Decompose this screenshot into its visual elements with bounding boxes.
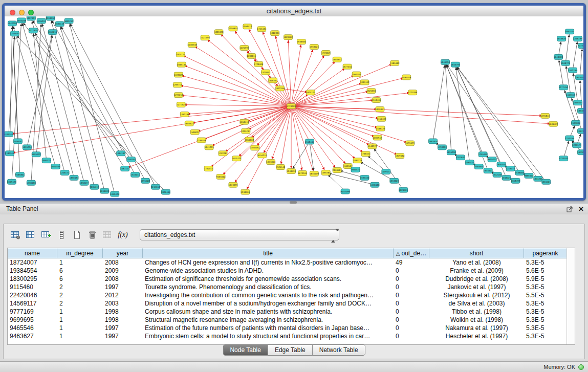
- graph-edge[interactable]: [291, 106, 365, 154]
- graph-node[interactable]: 1673001: [577, 150, 583, 155]
- graph-node[interactable]: 1265711: [173, 82, 182, 87]
- graph-node[interactable]: 1653220: [389, 178, 399, 183]
- graph-edge[interactable]: [233, 106, 291, 185]
- column-header-short[interactable]: short: [429, 248, 524, 258]
- graph-edge[interactable]: [12, 24, 56, 167]
- table-row[interactable]: 911546021997Tourette syndrome. Phenomeno…: [8, 283, 575, 291]
- graph-node[interactable]: 1595499: [405, 141, 415, 146]
- graph-node[interactable]: 1277450: [559, 85, 568, 90]
- graph-edge[interactable]: [15, 34, 166, 192]
- graph-edge[interactable]: [125, 106, 291, 169]
- graph-node[interactable]: 1667919: [428, 139, 438, 144]
- graph-node[interactable]: 1221098: [408, 90, 417, 95]
- graph-node[interactable]: 1724909: [287, 104, 296, 109]
- new-document-icon[interactable]: [69, 228, 84, 242]
- graph-node[interactable]: 1793301: [438, 145, 447, 150]
- graph-node[interactable]: 1820498: [214, 30, 224, 35]
- table-mode-icon[interactable]: [8, 228, 23, 242]
- network-graph[interactable]: 1724909160412211825481221459182049822068…: [5, 16, 583, 198]
- column-header-pagerank[interactable]: pagerank: [524, 248, 567, 258]
- table-row[interactable]: 977716911998Corpus callosum shape and si…: [8, 308, 575, 316]
- graph-node[interactable]: 1619462: [395, 154, 404, 159]
- graph-node[interactable]: 1180516: [5, 151, 14, 156]
- graph-node[interactable]: 1248553: [287, 168, 296, 173]
- graph-edge[interactable]: [291, 106, 553, 124]
- graph-node[interactable]: 1255410: [478, 152, 488, 157]
- column-header-year[interactable]: year: [103, 248, 143, 258]
- tab-network-table[interactable]: Network Table: [313, 345, 365, 355]
- graph-node[interactable]: 1512146: [275, 86, 285, 91]
- graph-node[interactable]: 1645500: [573, 100, 582, 105]
- function-builder-icon[interactable]: f(x): [115, 228, 130, 242]
- graph-node[interactable]: 9115511: [5, 132, 13, 137]
- graph-edge[interactable]: [291, 59, 337, 106]
- graph-node[interactable]: 1755434: [257, 27, 266, 32]
- graph-node[interactable]: 1726451: [361, 151, 371, 157]
- graph-node[interactable]: 1835409: [310, 171, 319, 176]
- graph-edge[interactable]: [219, 32, 291, 106]
- graph-node[interactable]: 1655208: [17, 18, 26, 23]
- graph-node[interactable]: 2204521: [333, 168, 342, 173]
- table-row[interactable]: 1830029562008Estimation of significance …: [8, 275, 575, 283]
- minimize-window-button[interactable]: [19, 10, 25, 15]
- graph-node[interactable]: 1246199: [573, 36, 582, 41]
- tab-node-table[interactable]: Node Table: [223, 345, 268, 355]
- graph-node[interactable]: 1246171: [60, 170, 70, 175]
- graph-node[interactable]: 1673823: [174, 72, 183, 77]
- show-columns-icon[interactable]: [23, 228, 38, 242]
- graph-node[interactable]: 9505001: [488, 157, 497, 162]
- graph-node[interactable]: 2065130: [177, 62, 186, 67]
- graph-edge[interactable]: [182, 64, 291, 106]
- graph-node[interactable]: 1595801: [571, 120, 580, 125]
- graph-node[interactable]: 1673041: [266, 160, 275, 165]
- graph-node[interactable]: 1516461: [372, 98, 381, 103]
- graph-node[interactable]: 9699712: [64, 18, 74, 24]
- graph-edge[interactable]: [291, 106, 372, 146]
- edit-table-icon[interactable]: [38, 228, 54, 242]
- graph-node[interactable]: 9465801: [15, 172, 25, 177]
- graph-node[interactable]: 1182548: [188, 42, 197, 48]
- column-header-name[interactable]: name: [8, 248, 57, 258]
- graph-node[interactable]: 1221590: [239, 46, 249, 51]
- graph-edge[interactable]: [573, 39, 578, 70]
- graph-node[interactable]: 1658499: [511, 178, 520, 183]
- graph-node[interactable]: 1604122: [176, 52, 185, 57]
- column-header-in_degree[interactable]: in_degree: [57, 248, 103, 258]
- graph-node[interactable]: 1695947: [373, 135, 382, 140]
- graph-node[interactable]: 1805621: [185, 121, 194, 126]
- graph-node[interactable]: 1221459: [201, 35, 210, 40]
- graph-edge[interactable]: [291, 74, 357, 106]
- graph-node[interactable]: 1927620: [575, 75, 583, 80]
- import-table-icon[interactable]: [100, 228, 115, 242]
- graph-edge[interactable]: [433, 62, 445, 141]
- graph-node[interactable]: 1801441: [161, 189, 170, 194]
- close-panel-icon[interactable]: ✕: [578, 204, 584, 214]
- graph-node[interactable]: 1595432: [360, 175, 369, 180]
- graph-node[interactable]: 1956412: [243, 24, 252, 29]
- graph-node[interactable]: 9245012: [151, 184, 160, 189]
- graph-node[interactable]: 1664370: [351, 167, 360, 172]
- graph-node[interactable]: 1854602: [245, 137, 254, 142]
- graph-node[interactable]: 1275216: [174, 93, 183, 98]
- graph-node[interactable]: 1655211: [48, 30, 57, 35]
- graph-edge[interactable]: [455, 64, 502, 164]
- graph-node[interactable]: 1854677: [577, 108, 583, 113]
- graph-node[interactable]: 1616251: [268, 78, 277, 83]
- graph-node[interactable]: 1891421: [465, 160, 474, 165]
- graph-node[interactable]: 2206815: [229, 26, 238, 31]
- graph-node[interactable]: 1646795: [451, 62, 460, 67]
- graph-node[interactable]: 1738492: [250, 145, 259, 150]
- graph-node[interactable]: 2016052: [46, 16, 55, 20]
- graph-node[interactable]: 1604177: [306, 90, 315, 95]
- graph-node[interactable]: 1643820: [557, 36, 566, 41]
- graph-node[interactable]: 1097300: [577, 128, 583, 134]
- graph-node[interactable]: 1601485: [51, 164, 60, 169]
- graph-node[interactable]: 1646794: [441, 59, 450, 64]
- graph-edge[interactable]: [60, 24, 105, 191]
- graph-node[interactable]: 1219050: [10, 31, 19, 36]
- graph-node[interactable]: 2195408: [197, 138, 206, 143]
- graph-node[interactable]: 1658420: [371, 182, 380, 187]
- graph-edge[interactable]: [12, 24, 18, 141]
- graph-node[interactable]: 1248501: [241, 189, 250, 194]
- graph-node[interactable]: 1848721: [561, 60, 570, 65]
